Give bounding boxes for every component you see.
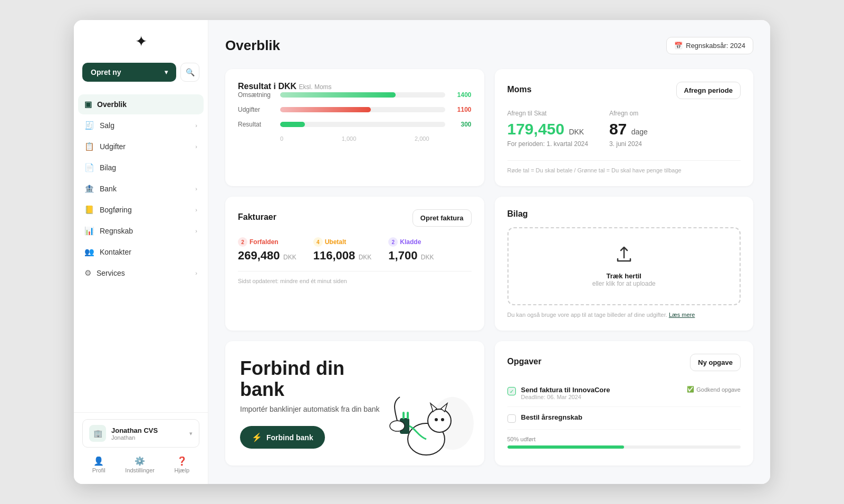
kladde-currency: DKK <box>421 254 434 261</box>
services-icon: ⚙ <box>84 268 91 278</box>
faktura-kladde: 2 Kladde 1,700 DKK <box>388 237 434 263</box>
sidebar-item-services[interactable]: ⚙ Services › <box>78 263 204 283</box>
forbind-label: Forbind bank <box>266 433 313 442</box>
sidebar-item-label: Salg <box>100 121 114 130</box>
opgave-item-1: Send faktura til InnovaCore Deadline: 06… <box>507 380 741 407</box>
moms-date: 3. juni 2024 <box>609 140 648 148</box>
moms-period: For perioden: 1. kvartal 2024 <box>507 140 588 148</box>
bilag-icon: 📄 <box>84 163 94 172</box>
bilag-upload-area[interactable]: Træk hertil eller klik for at uploade <box>507 227 741 305</box>
fakturaer-title: Fakturaer <box>238 212 276 222</box>
forbind-bank-button[interactable]: ⚡ Forbind bank <box>240 426 325 449</box>
chevron-down-icon: › <box>195 270 197 276</box>
bottom-nav-label: Indstillinger <box>125 467 155 473</box>
svg-point-6 <box>441 418 444 421</box>
opgave-action-1[interactable]: ✅ Godkend opgave <box>687 386 741 393</box>
moms-days: 87 <box>609 120 627 138</box>
sidebar-item-regnskab[interactable]: 📊 Regnskab › <box>78 221 204 241</box>
logo-icon: ✦ <box>135 33 147 50</box>
forfalden-amount: 269,480 <box>238 249 280 262</box>
forbind-icon: ⚡ <box>252 432 262 442</box>
opgave-title-2: Bestil årsregnskab <box>521 413 741 421</box>
svg-point-10 <box>390 421 405 431</box>
sidebar-item-bogforing[interactable]: 📒 Bogføring › <box>78 200 204 220</box>
chevron-down-icon: › <box>195 143 197 150</box>
resultat-label: Resultat <box>238 121 275 128</box>
progress-label: 50% udført <box>507 436 741 442</box>
bottom-nav-profil[interactable]: 👤 Profil <box>88 454 110 476</box>
calendar-icon: 📅 <box>674 42 683 50</box>
sidebar-item-bank[interactable]: 🏦 Bank › <box>78 179 204 199</box>
fakturaer-card: Fakturaer Opret faktura 2 Forfalden 269,… <box>225 197 484 331</box>
user-card[interactable]: 🏢 Jonathan CVS Jonathan ▾ <box>82 419 199 448</box>
ubetalt-amount: 116,008 <box>313 249 356 262</box>
main-header: Overblik 📅 Regnskabsår: 2024 <box>225 37 753 54</box>
opgave-checkbox-1[interactable] <box>507 387 516 395</box>
user-name: Jonathan CVS <box>111 427 184 434</box>
forfalden-badge: 2 <box>238 237 247 247</box>
faktura-updated: Sidst opdateret: mindre end ét minut sid… <box>238 271 472 284</box>
opgaver-title: Opgaver <box>507 357 542 366</box>
moms-col-2: Afregn om 87 dage 3. juni 2024 <box>609 110 648 148</box>
moms-card: Moms Afregn periode Afregn til Skat 179,… <box>495 69 754 186</box>
sidebar-item-label: Overblik <box>97 100 127 109</box>
faktura-row: 2 Forfalden 269,480 DKK 4 Ubetalt <box>238 237 472 263</box>
sidebar-item-bilag[interactable]: 📄 Bilag <box>78 158 204 178</box>
sidebar-item-udgifter[interactable]: 📋 Udgifter › <box>78 137 204 157</box>
moms-col1-label: Afregn til Skat <box>507 110 588 117</box>
omsaetning-row: Omsætning 1400 <box>238 91 472 99</box>
sidebar-item-label: Bogføring <box>100 206 132 214</box>
bilag-card: Bilag Træk hertil eller klik for at uplo… <box>495 197 754 331</box>
salg-icon: 🧾 <box>84 121 94 130</box>
profile-icon: 👤 <box>93 456 104 466</box>
resultat-value: 300 <box>450 121 472 128</box>
opret-faktura-button[interactable]: Opret faktura <box>413 209 472 227</box>
moms-title: Moms <box>507 85 532 94</box>
omsaetning-label: Omsætning <box>238 91 275 99</box>
moms-footnote: Røde tal = Du skal betale / Grønne tal =… <box>507 160 741 173</box>
moms-currency: DKK <box>569 128 584 136</box>
progress-fill <box>507 445 624 449</box>
faktura-ubetalt: 4 Ubetalt 116,008 DKK <box>313 237 372 263</box>
settings-icon: ⚙️ <box>135 456 145 466</box>
chevron-down-icon: › <box>195 186 197 192</box>
ny-opgave-button[interactable]: Ny opgave <box>690 354 741 371</box>
kontakter-icon: 👥 <box>84 247 94 257</box>
search-icon: 🔍 <box>186 68 195 76</box>
resultat-card-title: Resultat i DKK Eksl. Moms <box>238 82 472 91</box>
bank-illustration <box>347 360 484 466</box>
svg-point-2 <box>428 409 451 432</box>
resultat-row: Resultat 300 <box>238 121 472 128</box>
svg-point-5 <box>435 418 438 421</box>
faktura-forfalden: 2 Forfalden 269,480 DKK <box>238 237 296 263</box>
afregn-periode-button[interactable]: Afregn periode <box>676 82 741 99</box>
user-sub: Jonathan <box>111 434 184 441</box>
fiscal-year-button[interactable]: 📅 Regnskabsår: 2024 <box>666 37 753 54</box>
bilag-footnote: Du kan også bruge vore app til at tage b… <box>507 312 741 318</box>
sidebar-item-label: Bank <box>100 185 117 193</box>
ubetalt-badge: 4 <box>313 237 323 247</box>
svg-rect-8 <box>402 412 405 419</box>
sidebar-item-kontakter[interactable]: 👥 Kontakter <box>78 242 204 262</box>
sidebar-item-label: Kontakter <box>100 248 131 256</box>
search-button[interactable]: 🔍 <box>180 63 199 82</box>
bottom-nav-hjaelp[interactable]: ❓ Hjælp <box>170 454 194 476</box>
fiscal-year-label: Regnskabsår: 2024 <box>686 42 745 50</box>
main-content: Overblik 📅 Regnskabsår: 2024 Resultat i … <box>208 20 770 484</box>
bilag-footnote-link[interactable]: Læs mere <box>669 312 695 318</box>
kladde-amount: 1,700 <box>388 249 417 262</box>
bottom-nav-indstillinger[interactable]: ⚙️ Indstillinger <box>121 454 159 476</box>
sidebar-item-salg[interactable]: 🧾 Salg › <box>78 115 204 135</box>
udgifter-label: Udgifter <box>238 106 275 113</box>
bottom-nav-label: Hjælp <box>174 467 189 473</box>
help-icon: ❓ <box>177 456 187 466</box>
create-new-button[interactable]: Opret ny ▾ <box>82 63 176 82</box>
regnskab-icon: 📊 <box>84 226 94 236</box>
sidebar-item-overblik[interactable]: ▣ Overblik <box>78 94 204 114</box>
sidebar-item-label: Bilag <box>100 163 116 172</box>
opgave-item-2: Bestil årsregnskab <box>507 407 741 430</box>
upload-icon <box>615 245 634 268</box>
resultat-track <box>280 122 445 127</box>
kladde-label: Kladde <box>400 238 421 246</box>
opgave-checkbox-2[interactable] <box>507 414 516 423</box>
